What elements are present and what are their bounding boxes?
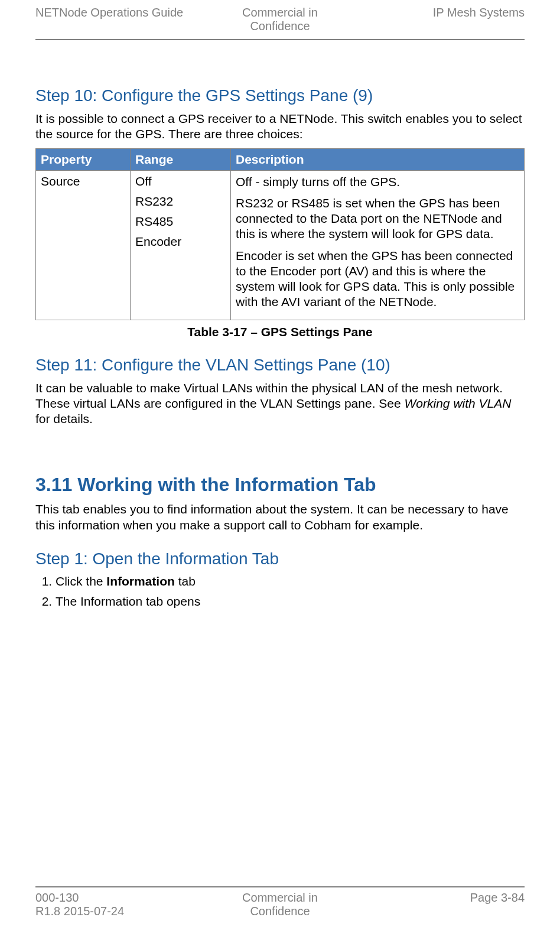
step11-heading: Step 11: Configure the VLAN Settings Pan… [35,356,525,375]
th-range: Range [131,148,231,170]
table-caption: Table 3-17 – GPS Settings Pane [35,325,525,339]
table-row: Source Off RS232 RS485 Encoder Off - sim… [36,170,525,320]
step11-intro: It can be valuable to make Virtual LANs … [35,381,525,427]
table-header-row: Property Range Description [36,148,525,170]
range-value: RS232 [135,194,226,209]
header-right: IP Mesh Systems [362,6,525,19]
desc-para: Off - simply turns off the GPS. [236,174,519,190]
range-value: Encoder [135,235,226,249]
footer-center-line2: Confidence [250,905,310,918]
footer-left-line1: 000-130 [35,891,79,904]
desc-para: Encoder is set when the GPS has been con… [236,248,519,310]
header-center-line2: Confidence [250,19,310,32]
page-content: Step 10: Configure the GPS Settings Pane… [35,40,525,609]
header-center: Commercial in Confidence [198,6,362,33]
list-item: The Information tab opens [56,594,525,609]
section-311-heading: 3.11 Working with the Information Tab [35,474,525,496]
page-footer: 000-130 R1.8 2015-07-24 Commercial in Co… [35,886,525,918]
gps-settings-table: Property Range Description Source Off RS… [35,148,525,320]
header-left: NETNode Operations Guide [35,6,198,19]
section-311-intro: This tab enables you to find information… [35,502,525,533]
step10-heading: Step 10: Configure the GPS Settings Pane… [35,86,525,105]
footer-center: Commercial in Confidence [198,891,362,918]
cell-range: Off RS232 RS485 Encoder [131,170,231,320]
th-description: Description [231,148,525,170]
step10-intro: It is possible to connect a GPS receiver… [35,111,525,142]
footer-left-line2: R1.8 2015-07-24 [35,905,124,918]
footer-center-line1: Commercial in [242,891,318,904]
th-property: Property [36,148,131,170]
step11-intro-post: for details. [35,412,93,425]
header-center-line1: Commercial in [242,6,318,19]
cell-property: Source [36,170,131,320]
li1-post: tab [175,574,196,588]
step1-list: Click the Information tab The Informatio… [35,574,525,609]
desc-para: RS232 or RS485 is set when the GPS has b… [236,196,519,242]
li1-bold: Information [106,574,175,588]
cell-description: Off - simply turns off the GPS. RS232 or… [231,170,525,320]
list-item: Click the Information tab [56,574,525,588]
step1-heading: Step 1: Open the Information Tab [35,549,525,568]
range-value: Off [135,174,226,188]
page-header: NETNode Operations Guide Commercial in C… [35,0,525,40]
step11-intro-em: Working with VLAN [405,396,512,410]
range-value: RS485 [135,214,226,229]
footer-right: Page 3-84 [362,891,525,918]
li1-pre: Click the [56,574,106,588]
footer-left: 000-130 R1.8 2015-07-24 [35,891,198,918]
